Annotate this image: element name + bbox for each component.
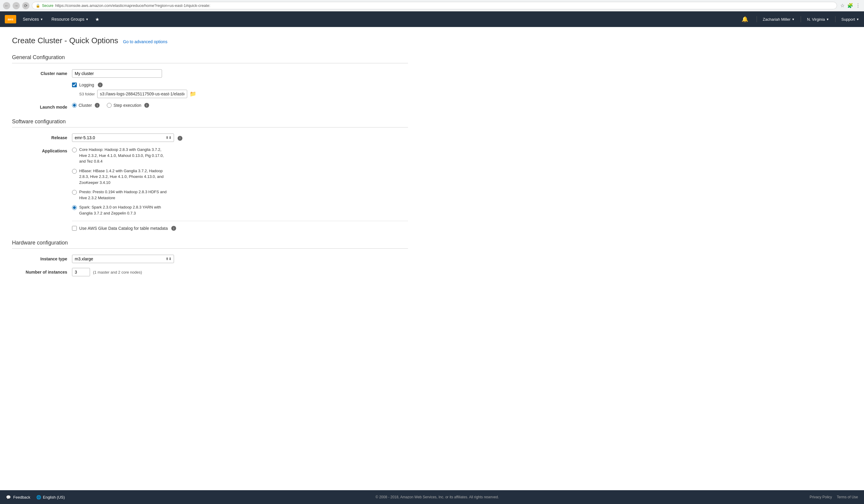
glue-info-icon[interactable]: i [171,226,176,231]
applications-row: Applications Core Hadoop: Hadoop 2.8.3 w… [12,147,408,231]
app-option-3[interactable]: Presto: Presto 0.194 with Hadoop 2.8.3 H… [72,189,408,201]
launch-mode-radio-group: Cluster i Step execution i [72,103,408,108]
num-instances-control: (1 master and 2 core nodes) [72,268,408,276]
launch-mode-row: Launch mode Cluster i Step execution i [12,103,408,109]
s3-folder-label: S3 folder [79,92,95,96]
page-title: Create Cluster - Quick Options [12,36,118,45]
release-label: Release [12,133,72,140]
services-menu[interactable]: Services ▼ [21,14,45,24]
logging-row: Logging i S3 folder 📁 [12,83,408,98]
app1-radio[interactable] [72,147,77,152]
cluster-name-label: Cluster name [12,69,72,76]
launch-mode-control: Cluster i Step execution i [72,103,408,108]
app4-text: Spark: Spark 2.3.0 on Hadoop 2.8.3 YARN … [79,204,161,216]
release-select-wrapper: emr-5.13.0 ⬆⬇ [72,133,174,142]
release-row: Release emr-5.13.0 ⬆⬇ i [12,133,408,142]
app-option-1[interactable]: Core Hadoop: Hadoop 2.8.3 with Ganglia 3… [72,147,408,165]
num-instances-label: Number of instances [12,268,72,275]
cluster-name-control [72,69,408,78]
advanced-options-link[interactable]: Go to advanced options [123,39,167,44]
applications-control: Core Hadoop: Hadoop 2.8.3 with Ganglia 3… [72,147,408,231]
logging-checkbox-row: Logging i [72,83,408,87]
main-content: Create Cluster - Quick Options Go to adv… [0,27,420,294]
favorites-star[interactable]: ★ [95,16,99,22]
cluster-name-input[interactable] [72,69,162,78]
cluster-radio-option[interactable]: Cluster i [72,103,99,108]
general-config-title: General Configuration [12,54,408,63]
nav-divider [757,16,757,22]
user-menu[interactable]: Zachariah Miller ▼ [763,17,795,22]
app4-radio[interactable] [72,205,77,210]
secure-label: Secure [42,3,53,8]
url-bar[interactable]: 🔒 Secure https://console.aws.amazon.com/… [32,2,837,9]
logging-checkbox[interactable] [72,83,77,87]
glue-checkbox[interactable] [72,226,77,231]
back-button[interactable]: ← [3,2,10,9]
cluster-name-row: Cluster name [12,69,408,78]
reload-button[interactable]: ⟳ [22,2,29,9]
secure-icon: 🔒 [36,3,40,8]
num-instances-note: (1 master and 2 core nodes) [93,270,142,275]
launch-mode-label: Launch mode [12,103,72,109]
aws-logo[interactable]: aws [5,15,16,23]
aws-navbar: aws Services ▼ Resource Groups ▼ ★ 🔔 Zac… [0,11,864,27]
folder-browse-icon[interactable]: 📁 [190,91,196,97]
instance-type-select-wrapper: m3.xlarge ⬆⬇ [72,255,174,263]
region-chevron: ▼ [826,18,829,21]
step-execution-radio-option[interactable]: Step execution i [107,103,149,108]
support-chevron: ▼ [856,18,859,21]
instance-type-row: Instance type m3.xlarge ⬆⬇ [12,255,408,263]
app2-text: HBase: HBase 1.4.2 with Ganglia 3.7.2, H… [79,168,164,186]
nav-divider2 [801,16,801,22]
hardware-config-title: Hardware configuration [12,240,408,249]
num-instances-row: Number of instances (1 master and 2 core… [12,268,408,276]
release-control: emr-5.13.0 ⬆⬇ i [72,133,408,142]
s3-folder-row: S3 folder 📁 [79,90,408,98]
s3-path-input[interactable] [97,90,187,98]
app2-radio[interactable] [72,169,77,174]
bookmark-icon[interactable]: ☆ [839,3,845,9]
hardware-configuration-section: Hardware configuration Instance type m3.… [12,240,408,276]
glue-checkbox-row: Use AWS Glue Data Catalog for table meta… [72,226,408,231]
app-option-2[interactable]: HBase: HBase 1.4.2 with Ganglia 3.7.2, H… [72,168,408,186]
app1-text: Core Hadoop: Hadoop 2.8.3 with Ganglia 3… [79,147,164,165]
apps-divider [72,221,408,221]
applications-label: Applications [12,147,72,153]
app-option-4[interactable]: Spark: Spark 2.3.0 on Hadoop 2.8.3 YARN … [72,204,408,216]
services-chevron: ▼ [40,18,43,21]
browser-action-icons: ☆ 🧩 ⋮ [839,3,861,9]
app3-radio[interactable] [72,190,77,195]
release-info-icon[interactable]: i [178,136,182,141]
glue-label[interactable]: Use AWS Glue Data Catalog for table meta… [79,226,168,231]
aws-logo-box: aws [5,15,16,23]
resource-groups-chevron: ▼ [85,18,88,21]
num-instances-input[interactable] [72,268,90,276]
logging-info-icon[interactable]: i [98,83,103,87]
nav-divider3 [835,16,836,22]
support-menu[interactable]: Support ▼ [841,17,859,22]
extensions-icon[interactable]: 🧩 [847,3,853,9]
resource-groups-menu[interactable]: Resource Groups ▼ [50,14,91,24]
software-config-title: Software configuration [12,119,408,128]
region-menu[interactable]: N. Virginia ▼ [807,17,829,22]
url-text: https://console.aws.amazon.com/elasticma… [55,3,210,8]
applications-radio-group: Core Hadoop: Hadoop 2.8.3 with Ganglia 3… [72,147,408,216]
cluster-mode-radio[interactable] [72,103,77,108]
logging-control: Logging i S3 folder 📁 [72,83,408,98]
instance-type-select[interactable]: m3.xlarge [72,255,174,263]
general-configuration-section: General Configuration Cluster name Loggi… [12,54,408,109]
software-configuration-section: Software configuration Release emr-5.13.… [12,119,408,231]
notifications-bell[interactable]: 🔔 [742,16,748,23]
logging-label[interactable]: Logging [79,83,94,87]
step-info-icon[interactable]: i [144,103,149,108]
menu-icon[interactable]: ⋮ [855,3,861,9]
forward-button[interactable]: → [13,2,20,9]
step-mode-label[interactable]: Step execution [113,103,141,108]
step-mode-radio[interactable] [107,103,112,108]
instance-type-label: Instance type [12,255,72,261]
cluster-mode-label[interactable]: Cluster [79,103,92,108]
release-select[interactable]: emr-5.13.0 [72,133,174,142]
cluster-info-icon[interactable]: i [95,103,99,108]
instance-type-control: m3.xlarge ⬆⬇ [72,255,408,263]
app3-text: Presto: Presto 0.194 with Hadoop 2.8.3 H… [79,189,167,201]
